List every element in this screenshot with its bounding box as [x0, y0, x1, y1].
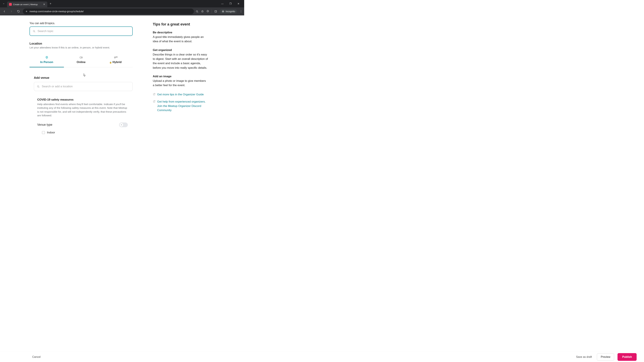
search-icon — [37, 85, 40, 88]
tips-sidebar: Tips for a great event Be descriptive A … — [153, 22, 208, 134]
venue-search-input[interactable] — [42, 85, 130, 88]
arrow-left-icon — [3, 10, 6, 13]
svg-point-4 — [241, 11, 241, 11]
external-link-organizer-guide[interactable]: Get more tips in the Organizer Guide — [153, 92, 208, 97]
topics-hint-prefix: You can add — [30, 22, 45, 25]
covid-section: COVID-19 safety measures Help attendees … — [37, 98, 128, 134]
venue-type-label: Venue type — [37, 123, 52, 126]
tip-item: Be descriptive A good title immediately … — [153, 31, 208, 44]
new-tab-button[interactable]: + — [48, 2, 53, 5]
external-link-discord[interactable]: Get help from experienced organizers. Jo… — [153, 99, 208, 112]
svg-rect-10 — [116, 57, 117, 58]
tab-online-label: Online — [77, 60, 86, 64]
incognito-badge[interactable]: Incognito — [220, 9, 237, 13]
add-venue-title: Add venue — [34, 76, 133, 80]
incognito-label: Incognito — [226, 10, 235, 13]
topic-search-input[interactable] — [38, 29, 130, 33]
svg-point-11 — [38, 86, 39, 87]
svg-rect-1 — [215, 10, 217, 12]
indoor-label: Indoor — [47, 131, 55, 134]
pin-icon — [45, 56, 48, 59]
meetup-favicon — [9, 3, 12, 6]
tip-body: A good title immediately gives people an… — [153, 35, 208, 44]
tips-title: Tips for a great event — [153, 22, 208, 26]
location-title: Location — [30, 42, 133, 45]
svg-rect-8 — [80, 57, 82, 58]
toggle-knob: ✕ — [120, 123, 124, 127]
svg-point-0 — [196, 10, 198, 12]
reload-icon — [17, 10, 20, 13]
external-link-icon — [153, 93, 156, 97]
link-text[interactable]: Get help from experienced organizers. Jo… — [157, 99, 208, 112]
url-box[interactable]: meetup.com/creative-circle-meetup-group/… — [23, 8, 194, 14]
link-text[interactable]: Get more tips in the Organizer Guide — [157, 92, 204, 97]
window-controls: ― ❐ ✕ — [220, 2, 243, 5]
tab-in-person[interactable]: In Person — [30, 54, 64, 67]
topics-hint-suffix: topics. — [46, 22, 55, 25]
close-window-button[interactable]: ✕ — [236, 2, 241, 5]
close-icon[interactable]: ✕ — [43, 3, 45, 6]
forward-button[interactable] — [9, 9, 14, 14]
tab-search-dropdown[interactable] — [1, 1, 6, 6]
sidepanel-icon[interactable] — [214, 10, 217, 13]
incognito-icon — [222, 10, 224, 13]
chevron-down-icon — [2, 2, 5, 5]
browser-chrome: Create an event | Meetup ✕ + ― ❐ ✕ meetu… — [0, 0, 244, 15]
tip-heading: Be descriptive — [153, 31, 208, 34]
external-link-icon — [153, 100, 156, 112]
tip-body: Describe things in a clear order so it's… — [153, 52, 208, 70]
toolbar-icons: Incognito — [196, 9, 242, 13]
video-icon — [80, 56, 83, 59]
venue-search-box[interactable] — [34, 82, 133, 91]
topics-hint-count: 3 — [45, 22, 46, 25]
menu-icon[interactable] — [240, 10, 242, 13]
site-settings-icon[interactable] — [25, 10, 28, 13]
venue-type-toggle[interactable]: ✕ — [119, 122, 128, 127]
tab-online[interactable]: Online — [64, 54, 98, 67]
tab-bar: Create an event | Meetup ✕ + ― ❐ ✕ — [0, 0, 244, 7]
tip-item: Add an image Upload a photo or image to … — [153, 75, 208, 88]
topics-hint: You can add 3 topics. — [30, 22, 133, 25]
tip-item: Get organized Describe things in a clear… — [153, 48, 208, 70]
tab-in-person-label: In Person — [40, 60, 53, 64]
tab-hybrid[interactable]: 🔒Hybrid — [98, 54, 133, 67]
url-text: meetup.com/creative-circle-meetup-group/… — [30, 10, 84, 13]
tab-hybrid-text: Hybrid — [112, 60, 122, 64]
address-bar: meetup.com/creative-circle-meetup-group/… — [0, 7, 244, 15]
browser-tab[interactable]: Create an event | Meetup ✕ — [7, 1, 47, 7]
svg-point-3 — [241, 10, 241, 11]
minimize-button[interactable]: ― — [220, 2, 225, 5]
topic-search-box[interactable] — [30, 26, 133, 36]
reload-button[interactable] — [16, 9, 21, 14]
svg-point-9 — [114, 57, 115, 58]
tip-body: Upload a photo or image to give members … — [153, 79, 208, 88]
page-content: ▲ You can add 3 topics. Location Let you… — [0, 15, 244, 137]
venue-type-row: Venue type ✕ — [37, 122, 128, 127]
svg-point-5 — [241, 12, 241, 12]
svg-point-7 — [46, 57, 47, 57]
arrow-right-icon — [10, 10, 13, 13]
search-icon — [32, 30, 36, 33]
main-column: You can add 3 topics. Location Let your … — [30, 22, 133, 134]
venue-type-indoor-option[interactable]: Indoor — [42, 131, 128, 134]
svg-point-6 — [33, 30, 35, 32]
maximize-button[interactable]: ❐ — [228, 2, 233, 5]
covid-desc: Help attendees find events where they'll… — [37, 102, 128, 117]
search-icon[interactable] — [196, 10, 198, 13]
location-subtitle: Let your attendees know if this is an on… — [30, 46, 133, 49]
tab-title: Create an event | Meetup — [13, 3, 42, 6]
tip-heading: Get organized — [153, 48, 208, 52]
hybrid-icon — [114, 56, 118, 59]
tab-hybrid-label: 🔒Hybrid — [109, 60, 122, 64]
bookmark-icon[interactable] — [201, 10, 204, 13]
tip-heading: Add an image — [153, 75, 208, 78]
covid-title: COVID-19 safety measures — [37, 98, 128, 101]
location-tabs: In Person Online 🔒Hybrid — [30, 54, 133, 67]
lock-icon: 🔒 — [109, 61, 112, 63]
checkbox-icon — [42, 131, 45, 134]
back-button[interactable] — [2, 9, 7, 14]
extensions-icon[interactable] — [206, 10, 209, 13]
